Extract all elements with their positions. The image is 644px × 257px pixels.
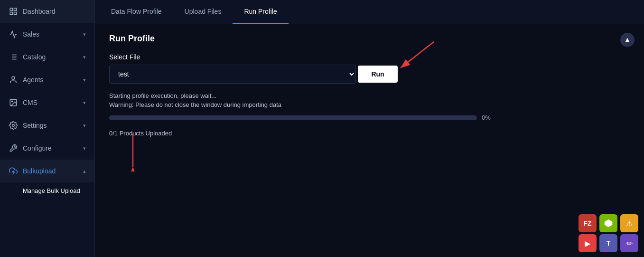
sidebar: Dashboard Sales ▾ Catalog [0, 0, 95, 257]
nvidia-icon[interactable] [599, 214, 617, 232]
dashboard-icon [9, 7, 18, 16]
warning-app-icon[interactable]: ⚠ [620, 214, 638, 232]
tab-bar: Data Flow Profile Upload Files Run Profi… [95, 0, 644, 24]
pencil-symbol: ✏ [626, 239, 633, 248]
svg-point-13 [12, 124, 15, 127]
sidebar-item-catalog-label: Catalog [23, 53, 46, 61]
cms-chevron: ▾ [83, 100, 86, 106]
catalog-chevron: ▾ [83, 54, 86, 60]
sidebar-subitem-label: Manage Bulk Upload [23, 187, 80, 194]
sidebar-item-catalog[interactable]: Catalog ▾ [0, 46, 94, 68]
configure-icon [9, 143, 18, 153]
warning-symbol: ⚠ [626, 219, 633, 228]
sidebar-item-agents[interactable]: Agents ▾ [0, 68, 94, 91]
settings-icon [9, 121, 18, 130]
sidebar-item-sales[interactable]: Sales ▾ [0, 23, 94, 46]
sidebar-item-cms-label: CMS [23, 99, 37, 106]
sidebar-item-bulkupload-label: Bulkupload [23, 167, 56, 175]
page-title: Run Profile [109, 34, 630, 44]
teams-icon[interactable]: T [599, 234, 617, 252]
collapse-icon: ▲ [624, 36, 631, 44]
sales-icon [9, 29, 18, 39]
collapse-button[interactable]: ▲ [620, 33, 635, 47]
sidebar-item-dashboard[interactable]: Dashboard [0, 0, 94, 23]
svg-rect-1 [14, 8, 17, 10]
execution-messages: Starting profile execution, please wait.… [109, 92, 630, 108]
arrow-annotation-status [123, 133, 171, 171]
taskbar-icons: FZ ⚠ ▶ T ✏ [579, 214, 639, 252]
cms-icon [9, 98, 18, 107]
svg-point-12 [11, 101, 12, 102]
configure-chevron: ▾ [83, 145, 86, 152]
red-symbol: ▶ [585, 239, 590, 248]
tab-upload-files[interactable]: Upload Files [173, 0, 233, 24]
sidebar-item-settings[interactable]: Settings ▾ [0, 114, 94, 137]
agents-icon [9, 75, 18, 85]
upload-status: 0/1 Products Uploaded [109, 130, 172, 137]
settings-chevron: ▾ [83, 123, 86, 129]
teams-symbol: T [607, 239, 611, 247]
tab-data-flow-profile[interactable]: Data Flow Profile [100, 0, 173, 24]
sidebar-item-cms[interactable]: CMS ▾ [0, 91, 94, 114]
svg-rect-2 [10, 12, 12, 15]
progress-bar-background [109, 115, 477, 120]
select-file-label: Select File [109, 53, 630, 61]
tab-run-profile[interactable]: Run Profile [233, 0, 288, 24]
content-area: Run Profile ▲ Select File test Run Start… [95, 24, 644, 257]
sidebar-item-agents-label: Agents [23, 76, 44, 84]
exec-msg-2: Warning: Please do not close the window … [109, 101, 630, 108]
progress-container: 0% [109, 114, 498, 121]
agents-chevron: ▾ [83, 77, 86, 83]
sidebar-item-settings-label: Settings [23, 122, 47, 129]
sidebar-item-dashboard-label: Dashboard [23, 8, 56, 15]
svg-rect-3 [14, 12, 17, 15]
sidebar-item-sales-label: Sales [23, 30, 39, 38]
bulkupload-chevron: ▴ [83, 168, 86, 174]
sidebar-item-bulkupload[interactable]: Bulkupload ▴ [0, 160, 94, 182]
exec-msg-1: Starting profile execution, please wait.… [109, 92, 630, 99]
svg-rect-0 [10, 8, 12, 10]
sidebar-subitem-manage-bulk-upload[interactable]: Manage Bulk Upload [0, 182, 94, 199]
purple-app-icon[interactable]: ✏ [620, 234, 638, 252]
svg-marker-19 [605, 219, 613, 228]
svg-point-10 [12, 76, 15, 79]
red-app-icon[interactable]: ▶ [579, 234, 597, 252]
sidebar-item-configure[interactable]: Configure ▾ [0, 137, 94, 160]
progress-percent: 0% [482, 114, 498, 121]
filezilla-icon[interactable]: FZ [579, 214, 597, 232]
sales-chevron: ▾ [83, 31, 86, 38]
bulkupload-icon [9, 166, 18, 176]
file-select[interactable]: test [109, 65, 356, 84]
run-button[interactable]: Run [358, 66, 397, 83]
catalog-icon [9, 52, 18, 62]
sidebar-item-configure-label: Configure [23, 144, 52, 152]
main-content: Data Flow Profile Upload Files Run Profi… [95, 0, 644, 257]
